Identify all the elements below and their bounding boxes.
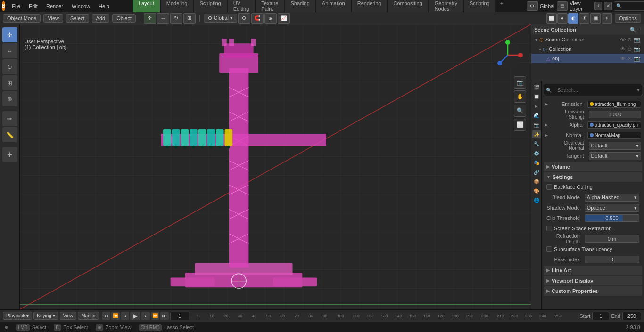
col-vis-select[interactable]: ⊙ — [627, 46, 632, 52]
normal-expand[interactable]: ▶ — [545, 133, 548, 138]
pivot-point[interactable]: ⊙ — [238, 13, 250, 24]
end-frame[interactable]: 250 — [622, 312, 641, 320]
ssr-checkbox[interactable] — [546, 226, 552, 231]
ws-tab-sculpting[interactable]: Sculpting — [194, 0, 226, 13]
prop-icon-material[interactable]: 🎨 — [532, 186, 541, 195]
menu-render[interactable]: Render — [42, 2, 67, 10]
ws-tab-modeling[interactable]: Modeling — [161, 0, 193, 13]
transform-space[interactable]: ⊕ Global ▾ — [204, 14, 237, 23]
custom-props-header[interactable]: ▶ Custom Properties — [544, 286, 642, 296]
prop-icon-physics[interactable]: 🎭 — [532, 158, 541, 167]
prop-icon-object[interactable]: ✨ — [532, 130, 541, 138]
menu-file[interactable]: File — [8, 2, 24, 10]
vis-render[interactable]: 📷 — [634, 37, 640, 43]
prop-search-dropdown[interactable]: ▾ — [637, 87, 640, 93]
emission-value[interactable]: attraction_illum.png — [587, 101, 641, 108]
volume-header[interactable]: ▶ Volume — [544, 162, 642, 171]
outliner-item-obj[interactable]: △ obj 👁 ⊙ 📷 — [531, 54, 644, 63]
timeline-playback[interactable]: Playback ▾ — [3, 312, 32, 320]
prop-icon-render[interactable]: 🎬 — [532, 83, 541, 91]
play-next-keyframe[interactable]: ⏩ — [151, 312, 159, 320]
outliner-filter-icon[interactable]: ≡ — [638, 27, 641, 33]
vp-tool-frame[interactable]: ⬜ — [514, 119, 526, 131]
scene-selector[interactable]: ⚙ — [527, 1, 538, 11]
viewport-display-header[interactable]: ▶ Viewport Display — [544, 276, 642, 285]
view-menu[interactable]: View — [43, 14, 63, 23]
emission-strength-value[interactable]: 1.000 — [589, 111, 641, 118]
play-step-fwd[interactable]: ▸ — [141, 312, 150, 320]
play-end-btn[interactable]: ⏭ — [160, 312, 169, 320]
move-tool[interactable]: ↔ — [157, 13, 169, 24]
viewport[interactable]: X Y Z User Perspective (1) Collection | … — [20, 24, 531, 309]
viewlayer-add[interactable]: + — [594, 2, 602, 10]
tool-transform[interactable]: ⊛ — [2, 91, 17, 106]
object-mode-dropdown[interactable]: Object Mode — [3, 14, 41, 23]
outliner-item-scene[interactable]: ▾ ⬡ Scene Collection 👁 ⊙ 📷 — [531, 35, 644, 44]
outliner-search-icon[interactable]: 🔍 — [630, 27, 636, 33]
timeline-marker[interactable]: Marker — [78, 312, 99, 320]
viewport-shading-material[interactable]: ◐ — [568, 13, 578, 24]
viewport-shading-wire[interactable]: ⬜ — [546, 13, 557, 24]
rotate-tool[interactable]: ↻ — [170, 13, 182, 24]
viewlayer-selector[interactable]: ▤ — [557, 1, 568, 11]
tool-move[interactable]: ↔ — [2, 43, 17, 58]
viewport-overlay[interactable]: ▣ — [590, 13, 601, 24]
timeline-keying[interactable]: Keying ▾ — [33, 312, 58, 320]
alpha-expand[interactable]: ▶ — [545, 122, 548, 127]
play-btn[interactable]: ▶ — [130, 312, 140, 320]
viewport-shading-rendered[interactable]: ☀ — [579, 13, 589, 24]
tool-annotate[interactable]: ✏ — [2, 111, 17, 126]
clearcoat-normal-value[interactable]: Default ▾ — [589, 142, 641, 150]
prop-icon-modifier[interactable]: 🔧 — [532, 139, 541, 148]
scale-tool[interactable]: ⊞ — [183, 13, 196, 24]
blend-mode-value[interactable]: Alpha Hashed ▾ — [585, 194, 639, 202]
col-vis-render[interactable]: 📷 — [634, 46, 640, 52]
vis-select[interactable]: ⊙ — [627, 37, 632, 43]
add-workspace-btn[interactable]: + — [496, 0, 507, 13]
select-menu[interactable]: Select — [66, 14, 89, 23]
object-menu[interactable]: Object — [112, 14, 136, 23]
ws-tab-shading[interactable]: Shading — [285, 0, 315, 13]
ws-tab-scripting[interactable]: Scripting — [464, 0, 495, 13]
prop-icon-world[interactable]: 📷 — [532, 121, 541, 129]
menu-help[interactable]: Help — [95, 2, 113, 10]
snap-toggle[interactable]: 🧲 — [251, 13, 264, 24]
tool-scale[interactable]: ⊞ — [2, 75, 17, 90]
ws-tab-texture[interactable]: Texture Paint — [256, 0, 284, 13]
clip-threshold-value[interactable]: 0.500 — [585, 214, 639, 222]
vp-tool-zoom[interactable]: 🔍 — [514, 105, 526, 117]
prop-icon-view[interactable]: ▸ — [532, 102, 541, 110]
normal-value[interactable]: Normal/Map — [587, 132, 641, 139]
obj-vis-render[interactable]: 📷 — [634, 56, 640, 62]
vis-eye[interactable]: 👁 — [620, 37, 626, 43]
pass-index-value[interactable]: 0 — [585, 256, 639, 263]
line-art-header[interactable]: ▶ Line Art — [544, 266, 642, 275]
play-prev-keyframe[interactable]: ⏪ — [111, 312, 120, 320]
ws-tab-uv[interactable]: UV Editing — [228, 0, 255, 13]
viewport-gizmo[interactable]: ⌖ — [602, 13, 612, 24]
start-frame[interactable]: 1 — [592, 312, 609, 320]
current-frame[interactable]: 1 — [170, 312, 189, 320]
vp-tool-camera[interactable]: 📷 — [514, 76, 526, 89]
col-vis-eye[interactable]: 👁 — [620, 46, 626, 52]
ws-tab-compositing[interactable]: Compositing — [388, 0, 428, 13]
tool-cursor[interactable]: ✛ — [2, 27, 17, 42]
shadow-mode-value[interactable]: Opaque ▾ — [585, 204, 639, 212]
prop-icon-shading[interactable]: 🌐 — [532, 196, 541, 204]
settings-header[interactable]: ▼ Settings — [544, 172, 642, 182]
vp-tool-hand[interactable]: ✋ — [514, 90, 526, 103]
ws-tab-animation[interactable]: Animation — [316, 0, 351, 13]
ws-tab-layout[interactable]: Layout — [133, 0, 160, 13]
tool-measure[interactable]: 📏 — [2, 127, 17, 142]
menu-edit[interactable]: Edit — [25, 2, 41, 10]
add-menu[interactable]: Add — [92, 14, 110, 23]
obj-vis-eye[interactable]: 👁 — [620, 56, 626, 62]
emission-expand[interactable]: ▶ — [545, 102, 548, 106]
obj-vis-select[interactable]: ⊙ — [627, 56, 632, 62]
proportional-edit[interactable]: ◉ — [264, 13, 277, 24]
tool-rotate[interactable]: ↻ — [2, 59, 17, 74]
viewport-shading-solid[interactable]: ● — [557, 13, 568, 24]
ws-tab-rendering[interactable]: Rendering — [352, 0, 387, 13]
ws-tab-geonodes[interactable]: Geometry Nodes — [429, 0, 463, 13]
play-start-btn[interactable]: ⏮ — [102, 312, 110, 320]
